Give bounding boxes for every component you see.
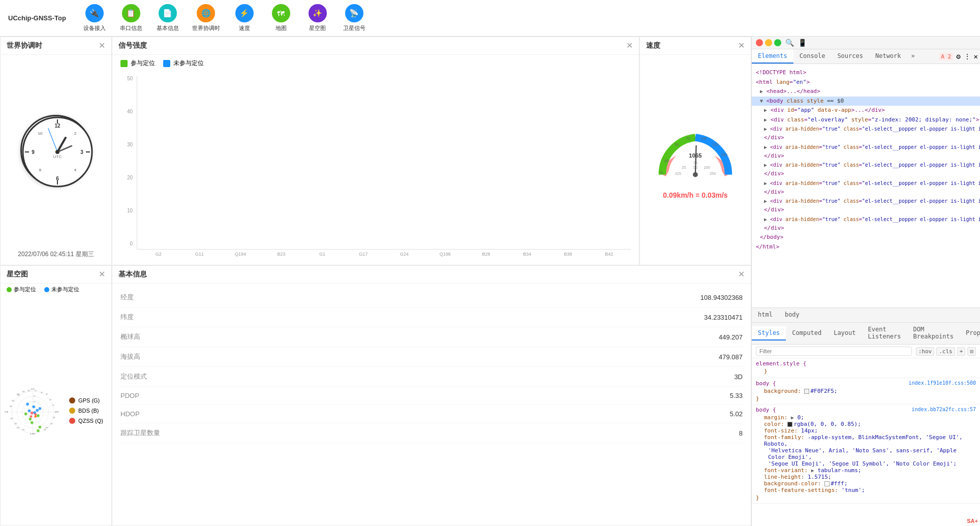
world-sync-header: 世界协调时 ✕ bbox=[1, 37, 111, 55]
svg-text:225°: 225° bbox=[17, 427, 20, 429]
filter-row: :hov .cls + ⊡ bbox=[752, 345, 980, 358]
html-close-div-6: </div> bbox=[752, 224, 980, 233]
filter-cls-btn[interactable]: .cls bbox=[936, 347, 955, 356]
styles-filter-input[interactable] bbox=[756, 347, 912, 356]
basic-info-panel: 基本信息 ✕ 经度 108.94302368 纬度 34.23310471 椭球… bbox=[112, 265, 751, 526]
bds-legend-label: BDS (B) bbox=[78, 408, 99, 414]
html-div-popper-1683[interactable]: ▶ <div aria-hidden="true" class="el-sele… bbox=[752, 215, 980, 224]
svg-text:Q196: Q196 bbox=[30, 413, 34, 414]
signal-title: 信号强度 bbox=[118, 41, 147, 50]
base-info-icon: 📄 bbox=[159, 4, 177, 22]
satellite-systems-legend: GPS (G) BDS (B) QZSS (Q) bbox=[65, 299, 107, 521]
signal-close[interactable]: ✕ bbox=[626, 42, 633, 50]
svg-text:60°: 60° bbox=[34, 395, 36, 397]
toolbar-item-star-map[interactable]: ✨ 星空图 bbox=[305, 4, 330, 32]
html-div-popper-3764[interactable]: ▶ <div aria-hidden="true" class="el-sele… bbox=[752, 197, 980, 205]
html-tree[interactable]: <!DOCTYPE html> <html lang="en"> ▶ <head… bbox=[752, 64, 980, 307]
basic-info-close[interactable]: ✕ bbox=[738, 270, 745, 279]
bars-area: G2 G11 Q194 B23 G1 G17 G24 Q196 B28 B34 … bbox=[137, 76, 631, 257]
svg-text:Q194: Q194 bbox=[34, 414, 37, 415]
svg-text:75: 75 bbox=[686, 136, 690, 141]
devtools-tab-elements[interactable]: Elements bbox=[752, 49, 793, 64]
devtools-warning-badge: A 2 bbox=[939, 53, 953, 60]
base-info-label: 基本信息 bbox=[157, 24, 179, 32]
styles-panel: element.style { } body { index.1f91e10f.… bbox=[752, 358, 980, 526]
devtools-inspect-icon[interactable]: 🔍 bbox=[785, 39, 794, 47]
devtools-device-icon[interactable]: 📱 bbox=[798, 39, 807, 47]
speed-close[interactable]: ✕ bbox=[738, 42, 745, 50]
devtools-tab-sources[interactable]: Sources bbox=[831, 49, 869, 64]
starmap-legend-green bbox=[7, 287, 12, 292]
devtools-close-icon[interactable]: ✕ bbox=[974, 52, 978, 60]
svg-text:100: 100 bbox=[700, 136, 707, 141]
html-head[interactable]: ▶ <head>...</head> bbox=[752, 87, 980, 97]
svg-text:60°: 60° bbox=[50, 399, 52, 401]
devtools-tab-network[interactable]: Network bbox=[869, 49, 907, 64]
map-icon: 🗺 bbox=[272, 4, 290, 22]
devtools-maximize-btn[interactable] bbox=[774, 39, 781, 46]
svg-text:N 0°: N 0° bbox=[31, 388, 35, 390]
html-div-popper-5760[interactable]: ▶ <div aria-hidden="true" class="el-sele… bbox=[752, 125, 980, 133]
devtools-more-tabs[interactable]: » bbox=[907, 49, 919, 64]
html-doctype[interactable]: <!DOCTYPE html> bbox=[752, 68, 980, 78]
filter-toggle-btn[interactable]: ⊡ bbox=[967, 347, 976, 356]
filter-buttons: :hov .cls + ⊡ bbox=[916, 347, 976, 356]
html-div-overlay[interactable]: ▶ <div class="el-overlay" style="z-index… bbox=[752, 115, 980, 125]
starmap-close[interactable]: ✕ bbox=[99, 270, 105, 279]
html-div-popper-4801[interactable]: ▶ <div aria-hidden="true" class="el-sele… bbox=[752, 179, 980, 188]
app-panels: 世界协调时 ✕ 12 3 6 bbox=[0, 37, 751, 526]
legend-participating: 参与定位 bbox=[120, 59, 155, 68]
x-labels: G2 G11 Q194 B23 G1 G17 G24 Q196 B28 B34 … bbox=[137, 250, 631, 257]
svg-text:300°: 300° bbox=[12, 400, 15, 402]
bottom-tabs-row: html body bbox=[752, 308, 980, 323]
toolbar-item-speed[interactable]: ⚡ 速度 bbox=[232, 4, 257, 32]
toolbar-item-satellite-signal[interactable]: 📡 卫星信号 bbox=[342, 4, 366, 32]
basic-info-header: 基本信息 ✕ bbox=[112, 266, 751, 284]
toolbar-item-base-info[interactable]: 📄 基本信息 bbox=[156, 4, 180, 32]
html-body[interactable]: ▼ <body class style == $0 bbox=[752, 97, 980, 106]
svg-text:50: 50 bbox=[675, 142, 679, 146]
toolbar-item-serial-info[interactable]: 📋 串口信息 bbox=[119, 4, 143, 32]
svg-text:B20: B20 bbox=[39, 427, 41, 428]
tab-properties[interactable]: Properties bbox=[960, 326, 980, 341]
toolbar-item-world-sync[interactable]: 🌐 世界协调时 bbox=[192, 4, 220, 32]
html-div-popper-1003[interactable]: ▶ <div aria-hidden="true" class="el-sele… bbox=[752, 143, 980, 151]
html-div-popper-2482[interactable]: ▶ <div aria-hidden="true" class="el-sele… bbox=[752, 161, 980, 169]
devtools-menu-icon[interactable]: ⋮ bbox=[964, 52, 971, 60]
tab-styles[interactable]: Styles bbox=[752, 326, 786, 341]
legend-green-swatch bbox=[120, 60, 128, 67]
html-close-div-2: </div> bbox=[752, 151, 980, 161]
devtools-close-btn[interactable] bbox=[756, 39, 763, 46]
y-axis: 50 40 30 20 10 0 bbox=[120, 76, 133, 257]
info-row-pdop: PDOP 5.33 bbox=[120, 387, 743, 405]
svg-text:45°: 45° bbox=[46, 393, 48, 395]
tab-dom-breakpoints[interactable]: DOM Breakpoints bbox=[907, 323, 960, 344]
tab-html[interactable]: html bbox=[752, 308, 779, 322]
devtools-settings-icon[interactable]: ⚙ bbox=[956, 52, 960, 60]
star-map-label: 星空图 bbox=[309, 24, 326, 32]
tab-computed[interactable]: Computed bbox=[786, 326, 828, 341]
tab-layout[interactable]: Layout bbox=[828, 326, 862, 341]
svg-text:200: 200 bbox=[704, 165, 710, 170]
filter-add-btn[interactable]: + bbox=[957, 347, 966, 356]
devtools-tab-console[interactable]: Console bbox=[793, 49, 832, 64]
svg-text:30°: 30° bbox=[41, 392, 43, 394]
svg-text:UTC: UTC bbox=[53, 154, 62, 159]
style-rule-body-bg: body { index.1f91e10f.css:500 background… bbox=[752, 378, 980, 405]
svg-text:10: 10 bbox=[38, 131, 43, 136]
clock-svg: 12 3 6 9 2 10 8 4 bbox=[22, 116, 93, 188]
tab-body[interactable]: body bbox=[779, 308, 806, 322]
toolbar-item-device-input[interactable]: 🔌 设备接入 bbox=[82, 4, 107, 32]
devtools-bottom: html body Styles Computed Layout Event L… bbox=[752, 307, 980, 526]
filter-hov-btn[interactable]: :hov bbox=[916, 347, 935, 356]
html-html[interactable]: <html lang="en"> bbox=[752, 78, 980, 87]
chart-inner: 50 40 30 20 10 0 bbox=[120, 76, 631, 257]
svg-text:3: 3 bbox=[80, 149, 83, 155]
world-sync-icon: 🌐 bbox=[197, 4, 215, 22]
devtools-minimize-btn[interactable] bbox=[765, 39, 772, 46]
world-sync-close[interactable]: ✕ bbox=[99, 42, 105, 50]
toolbar-item-map[interactable]: 🗺 地图 bbox=[269, 4, 293, 32]
svg-text:B22: B22 bbox=[37, 430, 40, 431]
tab-event-listeners[interactable]: Event Listeners bbox=[862, 323, 907, 344]
html-div-app[interactable]: ▶ <div id="app" data-v-app>...</div> bbox=[752, 106, 980, 115]
